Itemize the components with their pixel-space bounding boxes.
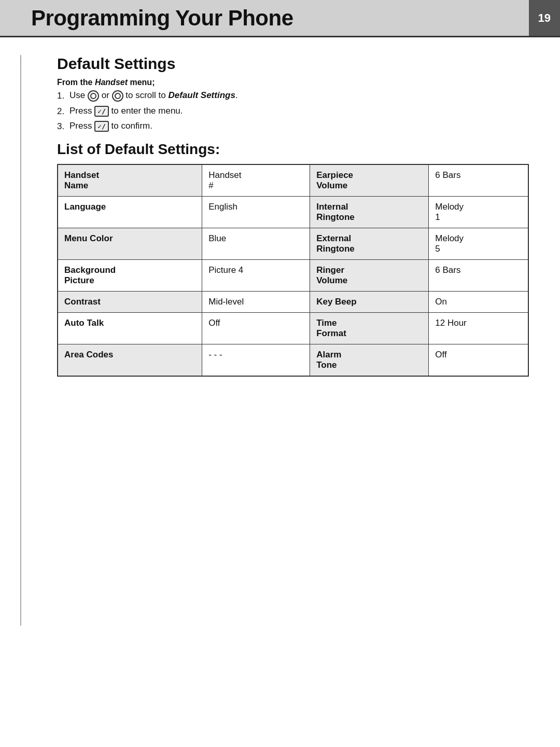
table-row: Contrast Mid-level Key Beep On [58, 292, 528, 313]
page-header: Programming Your Phone 19 [0, 0, 560, 37]
cell-time-format-value: 12 Hour [429, 313, 528, 344]
cell-contrast-label: Contrast [58, 292, 202, 313]
instruction-3: 3. Press ✓/ to confirm. [57, 121, 529, 132]
instruction-1: 1. Use or to scroll to Default Settings. [57, 90, 529, 102]
from-menu-rest: menu; [128, 78, 155, 87]
cell-area-codes-label: Area Codes [58, 344, 202, 377]
cell-time-format-label: TimeFormat [310, 313, 429, 344]
instruction-num-2: 2. [57, 106, 66, 117]
from-menu-line: From the Handset menu; [57, 78, 529, 87]
cell-background-picture-value: Picture 4 [202, 260, 310, 292]
page-layout: Default Settings From the Handset menu; … [0, 37, 560, 626]
cell-background-picture-label: BackgroundPicture [58, 260, 202, 292]
table-row: Language English InternalRingtone Melody… [58, 197, 528, 228]
cell-external-ringtone-label: ExternalRingtone [310, 228, 429, 260]
instruction-2: 2. Press ✓/ to enter the menu. [57, 106, 529, 117]
main-content: Default Settings From the Handset menu; … [41, 50, 560, 626]
list-settings-title: List of Default Settings: [57, 141, 529, 158]
default-settings-title: Default Settings [57, 55, 529, 73]
instruction-2-text: Press ✓/ to enter the menu. [69, 106, 183, 117]
cell-menu-color-value: Blue [202, 228, 310, 260]
cell-handset-name-value: Handset# [202, 164, 310, 197]
table-row: Menu Color Blue ExternalRingtone Melody5 [58, 228, 528, 260]
from-menu-pre: From the [57, 78, 95, 87]
instructions-list: 1. Use or to scroll to Default Settings.… [57, 90, 529, 132]
instruction-3-text: Press ✓/ to confirm. [69, 121, 152, 132]
cell-earpiece-volume-value: 6 Bars [429, 164, 528, 197]
cell-alarm-tone-value: Off [429, 344, 528, 377]
cell-key-beep-label: Key Beep [310, 292, 429, 313]
cell-alarm-tone-label: AlarmTone [310, 344, 429, 377]
header-title-area: Programming Your Phone [0, 0, 529, 36]
confirm-button-icon: ✓/ [94, 121, 109, 132]
instruction-num-3: 3. [57, 121, 66, 132]
cell-ringer-volume-value: 6 Bars [429, 260, 528, 292]
table-row: BackgroundPicture Picture 4 RingerVolume… [58, 260, 528, 292]
table-row: Area Codes - - - AlarmTone Off [58, 344, 528, 377]
cell-auto-talk-value: Off [202, 313, 310, 344]
cell-external-ringtone-value: Melody5 [429, 228, 528, 260]
cell-language-value: English [202, 197, 310, 228]
enter-button-icon: ✓/ [94, 106, 109, 117]
page-title: Programming Your Phone [31, 6, 293, 31]
cell-language-label: Language [58, 197, 202, 228]
cell-contrast-value: Mid-level [202, 292, 310, 313]
vertical-divider [20, 55, 21, 626]
left-margin [0, 50, 41, 626]
from-menu-italic: Handset [95, 78, 128, 87]
settings-table: HandsetName Handset# EarpieceVolume 6 Ba… [57, 164, 529, 377]
cell-internal-ringtone-value: Melody1 [429, 197, 528, 228]
cell-key-beep-value: On [429, 292, 528, 313]
cell-internal-ringtone-label: InternalRingtone [310, 197, 429, 228]
table-row: Auto Talk Off TimeFormat 12 Hour [58, 313, 528, 344]
instruction-num-1: 1. [57, 91, 66, 101]
instruction-1-text: Use or to scroll to Default Settings. [69, 90, 238, 102]
cell-menu-color-label: Menu Color [58, 228, 202, 260]
cell-area-codes-value: - - - [202, 344, 310, 377]
table-row: HandsetName Handset# EarpieceVolume 6 Ba… [58, 164, 528, 197]
page-number: 19 [529, 0, 560, 36]
cell-handset-name-label: HandsetName [58, 164, 202, 197]
cell-earpiece-volume-label: EarpieceVolume [310, 164, 429, 197]
cell-auto-talk-label: Auto Talk [58, 313, 202, 344]
cell-ringer-volume-label: RingerVolume [310, 260, 429, 292]
scroll-down-icon [112, 90, 123, 102]
scroll-up-icon [88, 90, 99, 102]
